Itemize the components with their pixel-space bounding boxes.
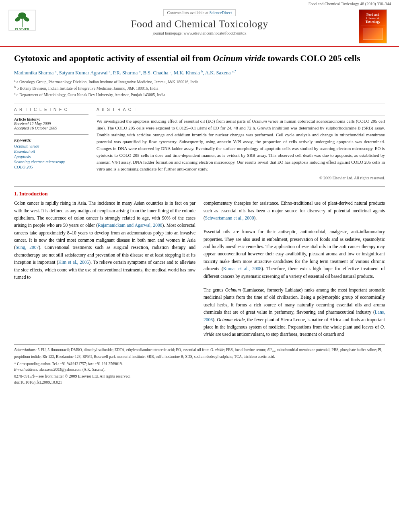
authors-line: Madhunika Sharma a, Satyam Kumar Agrawal… [14,69,385,76]
sciencedirect-link[interactable]: ScienceDirect [209,10,232,15]
section-divider-1 [14,103,385,103]
article-title: Cytotoxic and apoptotic activity of esse… [14,53,385,64]
accepted-date: Accepted 16 October 2009 [14,126,88,130]
corresponding-author-footnote: * Corresponding author. Tel.: +91 941913… [14,361,385,367]
history-label: Article history: [14,117,88,121]
affiliation-b: b b Botany Division, Indian Institute of… [14,85,385,91]
keywords-divider [14,134,88,135]
keyword-5: COLO 205 [14,165,88,169]
ref-rajamanickam: Rajamanickam and Agarwal, 2008 [98,223,162,228]
title-italic: Ocinum viride [213,53,265,63]
ref-schwartsmann: Schwartsmann et al., 2000 [205,216,254,220]
journal-cover-image: Food and Chemical Toxicology [359,9,387,43]
section-divider-2 [14,186,385,187]
header-right: Food and Chemical Toxicology [359,9,391,43]
authors-text: Madhunika Sharma a, Satyam Kumar Agrawal… [14,70,236,76]
title-part2: towards COLO 205 cells [265,53,360,63]
intro-text-col1: Colon cancer is rapidly rising in Asia. … [14,199,195,281]
ref-sung: Sung, 2007 [16,245,39,250]
info-divider [14,114,88,115]
footer-notes: Abbreviations: 5-FU, 5-fluorouracil; DMS… [14,344,385,385]
journal-header: ELSEVIER Contents lists available at Sci… [0,6,399,47]
homepage-text: journal homepage: www.elsevier.com/locat… [152,31,246,35]
header-center: Contents lists available at ScienceDirec… [40,9,359,35]
keyword-1: Ocimum viride [14,144,88,148]
abbreviations-footnote: Abbreviations: 5-FU, 5-fluorouracil; DMS… [14,347,385,359]
intro-text-col2c: The genus Ocimum (Lamiaceae, formerly La… [204,286,385,338]
article-info-abstract-row: A R T I C L E I N F O Article history: R… [14,107,385,180]
doi-text: doi:10.1016/j.fct.2009.10.021 [14,380,62,384]
keyword-3: Apoptosis [14,154,88,159]
cover-line1: Food and [366,13,379,16]
email-link[interactable]: aksaxena2003@yahoo.com [39,368,82,372]
received-date: Received 12 May 2009 [14,121,88,126]
keywords-title: Keywords: [14,138,88,142]
intro-col1: Colon cancer is rapidly rising in Asia. … [14,199,195,338]
affiliations: a a Oncology Group, Pharmacology Divisio… [14,78,385,98]
article-info-label: A R T I C L E I N F O [14,107,88,112]
keywords-section: Keywords: Ocimum viride Essential oil Ap… [14,138,88,169]
abstract-column: A B S T R A C T We investigated the apop… [97,107,385,180]
citation-text: Food and Chemical Toxicology 48 (2010) 3… [309,2,391,6]
sciencedirect-text: Contents lists available at [167,10,209,15]
article-info-column: A R T I C L E I N F O Article history: R… [14,107,88,180]
keyword-4: Scanning electron microscopy [14,160,88,164]
issn-line: 0278-6915/$ – see front matter © 2009 El… [14,374,385,378]
doi-line: doi:10.1016/j.fct.2009.10.021 [14,380,385,384]
ref-kim2005: Kim et al., 2005 [58,260,89,265]
elsevier-logo-icon: ELSEVIER [8,9,36,31]
intro-heading: 1. Introduction [14,191,385,197]
affiliation-c: c c Department of Microbiology, Guru Nan… [14,91,385,98]
header-left: ELSEVIER [8,9,40,31]
cover-line2: Chemical [366,16,379,20]
issn-text: 0278-6915/$ – see front matter © 2009 El… [14,374,130,378]
affiliation-a: a a Oncology Group, Pharmacology Divisio… [14,78,385,85]
page: Food and Chemical Toxicology 48 (2010) 3… [0,0,399,532]
journal-title-header: Food and Chemical Toxicology [44,18,355,30]
svg-text:ELSEVIER: ELSEVIER [15,28,29,31]
citation-line: Food and Chemical Toxicology 48 (2010) 3… [0,0,399,6]
bottom-divider [14,172,88,172]
intro-col2: complementary therapies for assistance. … [204,199,385,338]
abstract-text: We investigated the apoptosis inducing e… [97,118,385,173]
intro-text-col2: complementary therapies for assistance. … [204,199,385,222]
title-part1: Cytotoxic and apoptotic activity of esse… [14,53,213,63]
copyright-text: © 2009 Elsevier Ltd. All rights reserved… [97,176,385,180]
article-history: Article history: Received 12 May 2009 Ac… [14,117,88,130]
sciencedirect-bar: Contents lists available at ScienceDirec… [163,9,235,16]
intro-text-col2b: Essential oils are known for their antis… [204,228,385,280]
introduction-section: 1. Introduction Colon cancer is rapidly … [14,191,385,338]
intro-body: Colon cancer is rapidly rising in Asia. … [14,199,385,338]
journal-homepage: journal homepage: www.elsevier.com/locat… [44,31,355,35]
abstract-label: A B S T R A C T [97,107,385,112]
ref-kumar2008: Kumar et al., 2008 [223,266,261,271]
cover-line3: Toxicology [366,20,380,24]
keyword-2: Essential oil [14,149,88,154]
main-content: Cytotoxic and apoptotic activity of esse… [0,47,399,392]
abstract-divider [97,115,385,115]
email-footnote: E-mail address: aksaxena2003@yahoo.com (… [14,367,385,372]
